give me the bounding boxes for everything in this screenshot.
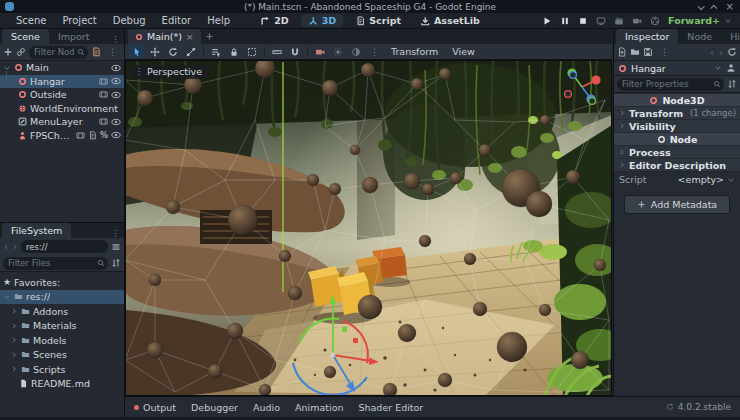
maximize-button[interactable]: [712, 2, 717, 12]
collapse-arrow-icon[interactable]: [3, 293, 11, 301]
scale-tool-button[interactable]: [183, 45, 199, 58]
preview-sun-button[interactable]: [330, 45, 346, 58]
fs-folder-models[interactable]: Models: [0, 333, 124, 348]
menu-project[interactable]: Project: [55, 15, 105, 26]
save-resource-button[interactable]: [643, 47, 653, 57]
fs-favorites[interactable]: ★ Favorites:: [0, 275, 124, 290]
bottom-tab-audio[interactable]: Audio: [253, 402, 280, 413]
renderer-dropdown[interactable]: Forward+: [668, 15, 732, 26]
visibility-eye-icon[interactable]: [111, 130, 121, 140]
script-value[interactable]: <empty>: [678, 174, 724, 185]
select-tool-button[interactable]: [129, 45, 145, 58]
fs-file-readme[interactable]: README.md: [0, 377, 124, 392]
bottom-tab-output[interactable]: Output: [134, 402, 176, 413]
ruler-mode-button[interactable]: [269, 45, 285, 58]
add-metadata-button[interactable]: Add Metadata: [624, 195, 730, 214]
resource-extra-menu[interactable]: ⋮: [656, 47, 673, 57]
fs-folder-addons[interactable]: Addons: [0, 304, 124, 319]
new-resource-button[interactable]: [617, 47, 627, 57]
object-history-button[interactable]: [727, 47, 737, 57]
scene-node-main[interactable]: Main: [0, 61, 124, 75]
section-editor-description[interactable]: Editor Description: [614, 158, 740, 171]
tab-scene[interactable]: Scene: [2, 29, 49, 44]
list-select-button[interactable]: [208, 45, 224, 58]
open-scene-film-icon[interactable]: [76, 131, 85, 140]
menu-help[interactable]: Help: [199, 15, 238, 26]
instance-scene-button[interactable]: [16, 47, 26, 57]
inspected-node-selector[interactable]: Hangar: [614, 61, 740, 76]
transform-menu[interactable]: Transform: [385, 46, 444, 57]
visibility-eye-icon[interactable]: [111, 63, 121, 73]
fs-folder-materials[interactable]: Materials: [0, 319, 124, 334]
visibility-eye-icon[interactable]: [111, 76, 121, 86]
section-transform[interactable]: Transform (1 change): [614, 106, 740, 119]
unique-name-icon[interactable]: %: [100, 131, 108, 140]
expand-arrow-icon[interactable]: [10, 336, 18, 344]
visibility-eye-icon[interactable]: [111, 90, 121, 100]
history-forward-button[interactable]: ›: [12, 241, 18, 252]
expand-arrow-icon[interactable]: [10, 365, 18, 373]
add-node-button[interactable]: [3, 47, 13, 57]
file-sort-icon[interactable]: [111, 258, 121, 268]
pause-button[interactable]: [560, 16, 570, 26]
fs-res-root[interactable]: res://: [0, 290, 124, 305]
scene-node-fpscharacter[interactable]: FPSCharacter %: [0, 129, 124, 143]
script-property-row[interactable]: Script <empty>: [614, 171, 740, 187]
scene-tree-menu-icon[interactable]: ⋮: [104, 47, 121, 57]
visibility-eye-icon[interactable]: [111, 117, 121, 127]
viewport-more-menu[interactable]: ⋮: [366, 47, 383, 57]
preview-environment-button[interactable]: [348, 45, 364, 58]
bottom-tab-debugger[interactable]: Debugger: [191, 402, 238, 413]
section-visibility[interactable]: Visibility: [614, 119, 740, 132]
expand-arrow-icon[interactable]: [10, 351, 18, 359]
scene-node-menulayer[interactable]: MenuLayer: [0, 115, 124, 129]
section-process[interactable]: Process: [614, 145, 740, 158]
close-button[interactable]: ×: [726, 0, 734, 13]
history-back-button[interactable]: ‹: [3, 241, 9, 252]
current-path-field[interactable]: [21, 240, 108, 253]
remote-debug-button[interactable]: [596, 16, 606, 26]
version-info[interactable]: 4.0.2.stable: [666, 402, 731, 412]
play-custom-scene-button[interactable]: [632, 16, 642, 26]
menu-scene[interactable]: Scene: [8, 15, 55, 26]
perspective-menu[interactable]: ⋮ Perspective: [131, 65, 209, 79]
scene-dock-menu-icon[interactable]: ⋮: [107, 34, 124, 44]
expand-arrow-icon[interactable]: [10, 322, 18, 330]
attach-script-button[interactable]: [91, 47, 101, 57]
move-tool-button[interactable]: [147, 45, 163, 58]
snap-toggle-button[interactable]: [287, 45, 303, 58]
open-scene-film-icon[interactable]: [99, 77, 108, 86]
close-tab-icon[interactable]: ×: [186, 31, 194, 42]
scene-node-outside[interactable]: Outside: [0, 88, 124, 102]
scene-node-worldenvironment[interactable]: WorldEnvironment: [0, 102, 124, 116]
workspace-assetlib[interactable]: AssetLib: [413, 14, 487, 27]
workspace-3d[interactable]: 3D: [301, 14, 344, 27]
tab-filesystem[interactable]: FileSystem: [2, 223, 71, 238]
group-node-button[interactable]: [244, 45, 260, 58]
fs-folder-scenes[interactable]: Scenes: [0, 348, 124, 363]
bottom-tab-animation[interactable]: Animation: [295, 402, 343, 413]
bottom-tab-shader-editor[interactable]: Shader Editor: [358, 402, 423, 413]
stop-button[interactable]: [578, 16, 588, 26]
view-menu[interactable]: View: [446, 46, 481, 57]
minimize-button[interactable]: [698, 2, 703, 12]
history-back-button[interactable]: ‹: [709, 47, 715, 58]
expand-arrow-icon[interactable]: [10, 307, 18, 315]
property-tools-icon[interactable]: [727, 79, 737, 89]
toggle-split-mode-icon[interactable]: [111, 242, 121, 252]
open-scene-film-icon[interactable]: [99, 90, 108, 99]
tab-inspector[interactable]: Inspector: [616, 29, 678, 44]
filesystem-dock-menu-icon[interactable]: ⋮: [107, 228, 124, 238]
fs-folder-scripts[interactable]: Scripts: [0, 362, 124, 377]
workspace-script[interactable]: Script: [348, 14, 408, 27]
movie-maker-button[interactable]: [650, 16, 660, 26]
open-scene-film-icon[interactable]: [99, 117, 108, 126]
filter-files-input[interactable]: [3, 257, 108, 270]
scene-node-hangar[interactable]: Hangar: [0, 75, 124, 89]
play-button[interactable]: [542, 16, 552, 26]
filter-properties-input[interactable]: [617, 78, 724, 91]
lock-node-button[interactable]: [226, 45, 242, 58]
rotate-tool-button[interactable]: [165, 45, 181, 58]
node-tools-icon[interactable]: [726, 63, 736, 73]
menu-editor[interactable]: Editor: [154, 15, 200, 26]
